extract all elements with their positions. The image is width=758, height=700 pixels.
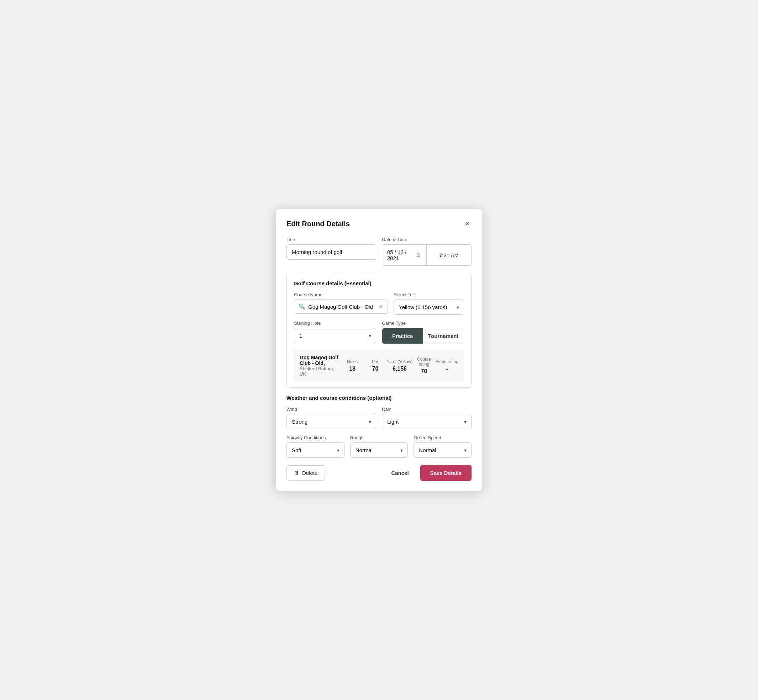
fairway-select-wrapper: Soft ▾ bbox=[287, 442, 345, 458]
datetime-label: Date & Time bbox=[382, 237, 471, 242]
wind-dropdown[interactable]: Strong bbox=[287, 414, 376, 429]
wind-select-wrapper: Strong ▾ bbox=[287, 414, 376, 429]
course-info-name-group: Gog Magog Golf Club - Old, Shelford Bott… bbox=[300, 355, 341, 377]
golf-course-card: Golf Course details (Essential) Course N… bbox=[287, 273, 471, 388]
wind-group: Wind Strong ▾ bbox=[287, 406, 376, 429]
green-speed-dropdown[interactable]: Normal bbox=[413, 442, 471, 458]
green-speed-label: Green Speed bbox=[413, 435, 471, 441]
yards-label: Yards(Yellow) bbox=[387, 359, 413, 364]
rough-dropdown[interactable]: Normal bbox=[350, 442, 408, 458]
course-rating-value: 70 bbox=[412, 368, 435, 375]
date-time-group: 05 / 12 / 2021 🗓 7:31 AM bbox=[382, 244, 471, 266]
fairway-label: Fairway Conditions bbox=[287, 435, 345, 441]
rain-group: Rain Light ▾ bbox=[382, 406, 471, 429]
select-tee-label: Select Tee bbox=[393, 292, 464, 297]
course-stat-par: Par 70 bbox=[364, 359, 387, 372]
starting-hole-label: Starting Hole bbox=[294, 320, 376, 326]
clear-icon[interactable]: ✕ bbox=[379, 303, 383, 310]
course-rating-label: Course rating bbox=[412, 357, 435, 367]
title-datetime-row: Title Date & Time 05 / 12 / 2021 🗓 7:31 … bbox=[287, 237, 471, 266]
starting-hole-wrapper: 1 ▾ bbox=[294, 328, 376, 343]
course-info-location: Shelford Bottom, UK bbox=[300, 366, 341, 377]
title-label: Title bbox=[287, 237, 376, 242]
datetime-field-group: Date & Time 05 / 12 / 2021 🗓 7:31 AM bbox=[382, 237, 471, 266]
time-value: 7:31 AM bbox=[439, 252, 459, 258]
slope-rating-label: Slope rating bbox=[435, 359, 458, 364]
save-details-button[interactable]: Save Details bbox=[420, 465, 471, 481]
delete-button[interactable]: 🗑 Delete bbox=[287, 465, 325, 481]
select-tee-group: Select Tee Yellow (6,156 yards) ▾ bbox=[393, 292, 464, 315]
time-field[interactable]: 7:31 AM bbox=[427, 245, 471, 266]
holes-value: 18 bbox=[341, 366, 364, 372]
rough-select-wrapper: Normal ▾ bbox=[350, 442, 408, 458]
par-label: Par bbox=[364, 359, 387, 364]
wind-label: Wind bbox=[287, 406, 376, 412]
wind-rain-row: Wind Strong ▾ Rain Light ▾ bbox=[287, 406, 471, 429]
footer-right: Cancel Save Details bbox=[385, 465, 471, 481]
edit-round-modal: Edit Round Details × Title Date & Time 0… bbox=[276, 209, 482, 491]
starting-hole-dropdown[interactable]: 1 bbox=[294, 328, 376, 343]
delete-label: Delete bbox=[302, 470, 318, 476]
modal-title: Edit Round Details bbox=[287, 220, 350, 228]
green-speed-group: Green Speed Normal ▾ bbox=[413, 435, 471, 458]
practice-button[interactable]: Practice bbox=[382, 328, 423, 344]
calendar-icon: 🗓 bbox=[416, 252, 421, 258]
slope-rating-value: - bbox=[435, 366, 458, 372]
rough-label: Rough bbox=[350, 435, 408, 441]
course-stat-holes: Holes 18 bbox=[341, 359, 364, 372]
starting-hole-group: Starting Hole 1 ▾ bbox=[294, 320, 376, 344]
course-stat-yards: Yards(Yellow) 6,156 bbox=[387, 359, 413, 372]
green-speed-select-wrapper: Normal ▾ bbox=[413, 442, 471, 458]
trash-icon: 🗑 bbox=[294, 470, 299, 476]
holes-label: Holes bbox=[341, 359, 364, 364]
golf-course-section-title: Golf Course details (Essential) bbox=[294, 280, 464, 286]
hole-gametype-row: Starting Hole 1 ▾ Game Type Practice Tou… bbox=[294, 320, 464, 344]
rain-select-wrapper: Light ▾ bbox=[382, 414, 471, 429]
rain-dropdown[interactable]: Light bbox=[382, 414, 471, 429]
fairway-group: Fairway Conditions Soft ▾ bbox=[287, 435, 345, 458]
course-name-group: Course Name 🔍 ✕ bbox=[294, 292, 388, 315]
course-stat-course-rating: Course rating 70 bbox=[412, 357, 435, 375]
modal-header: Edit Round Details × bbox=[287, 219, 471, 228]
course-info-name: Gog Magog Golf Club - Old, bbox=[300, 355, 341, 366]
cancel-button[interactable]: Cancel bbox=[385, 466, 414, 480]
course-info-row: Gog Magog Golf Club - Old, Shelford Bott… bbox=[294, 350, 464, 382]
title-field-group: Title bbox=[287, 237, 376, 266]
game-type-group: Game Type Practice Tournament bbox=[382, 320, 464, 344]
course-name-wrapper[interactable]: 🔍 ✕ bbox=[294, 300, 388, 314]
course-name-label: Course Name bbox=[294, 292, 388, 297]
tournament-button[interactable]: Tournament bbox=[423, 328, 464, 344]
select-tee-wrapper: Yellow (6,156 yards) ▾ bbox=[393, 300, 464, 315]
course-tee-row: Course Name 🔍 ✕ Select Tee Yellow (6,156… bbox=[294, 292, 464, 315]
select-tee-dropdown[interactable]: Yellow (6,156 yards) bbox=[393, 300, 464, 315]
rough-group: Rough Normal ▾ bbox=[350, 435, 408, 458]
game-type-toggle: Practice Tournament bbox=[382, 328, 464, 344]
date-value: 05 / 12 / 2021 bbox=[387, 249, 416, 261]
close-button[interactable]: × bbox=[463, 219, 471, 228]
course-stat-slope-rating: Slope rating - bbox=[435, 359, 458, 372]
fairway-rough-green-row: Fairway Conditions Soft ▾ Rough Normal ▾ bbox=[287, 435, 471, 458]
conditions-section-title: Weather and course conditions (optional) bbox=[287, 395, 471, 401]
yards-value: 6,156 bbox=[387, 366, 413, 372]
fairway-dropdown[interactable]: Soft bbox=[287, 442, 345, 458]
search-icon: 🔍 bbox=[299, 303, 305, 310]
title-input[interactable] bbox=[287, 244, 376, 259]
conditions-section: Weather and course conditions (optional)… bbox=[287, 395, 471, 458]
footer-row: 🗑 Delete Cancel Save Details bbox=[287, 465, 471, 481]
date-field[interactable]: 05 / 12 / 2021 🗓 bbox=[382, 245, 427, 266]
course-name-input[interactable] bbox=[308, 304, 376, 310]
par-value: 70 bbox=[364, 366, 387, 372]
rain-label: Rain bbox=[382, 406, 471, 412]
game-type-label: Game Type bbox=[382, 320, 464, 326]
